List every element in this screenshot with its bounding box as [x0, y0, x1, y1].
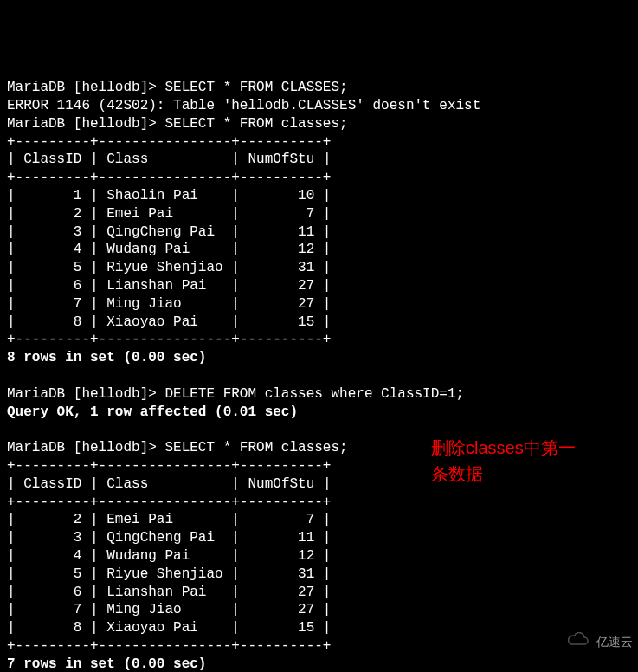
col-header-numofstu: NumOfStu [248, 476, 314, 492]
prompt: MariaDB [hellodb]> [7, 80, 157, 95]
table-divider: +---------+----------------+----------+ [7, 638, 331, 654]
sql-query-2: SELECT * FROM classes; [164, 116, 347, 132]
annotation-line-1: 删除classes中第一 [431, 435, 576, 461]
col-header-class: Class [106, 152, 148, 167]
result-rows-7: 7 rows in set (0.00 sec) [7, 656, 206, 672]
table-body-2: | 2 | Emei Pai | 7 | | 3 | QingCheng Pai… [7, 512, 331, 636]
result-delete-ok: Query OK, 1 row affected (0.01 sec) [7, 404, 298, 420]
sql-query-3: DELETE FROM classes where ClassID=1; [164, 386, 464, 402]
col-header-classid: ClassID [23, 152, 81, 167]
sql-query-1: SELECT * FROM CLASSES; [164, 80, 347, 95]
watermark: 亿速云 [553, 616, 633, 667]
terminal-output: MariaDB [hellodb]> SELECT * FROM CLASSES… [7, 79, 631, 672]
table-divider: +---------+----------------+----------+ [7, 134, 331, 150]
prompt: MariaDB [hellodb]> [7, 116, 157, 132]
table-divider: +---------+----------------+----------+ [7, 332, 331, 347]
table-body-1: | 1 | Shaolin Pai | 10 | | 2 | Emei Pai … [7, 188, 331, 330]
prompt: MariaDB [hellodb]> [7, 386, 157, 402]
col-header-classid: ClassID [23, 476, 81, 492]
col-header-numofstu: NumOfStu [248, 152, 314, 167]
table-divider: +---------+----------------+----------+ [7, 494, 331, 510]
result-rows-8: 8 rows in set (0.00 sec) [7, 350, 206, 365]
sql-query-4: SELECT * FROM classes; [164, 440, 347, 456]
annotation-line-2: 条数据 [431, 461, 576, 487]
watermark-text: 亿速云 [596, 634, 633, 649]
error-message: ERROR 1146 (42S02): Table 'hellodb.CLASS… [7, 98, 480, 113]
annotation-text: 删除classes中第一 条数据 [431, 435, 576, 487]
table-divider: +---------+----------------+----------+ [7, 458, 331, 474]
prompt: MariaDB [hellodb]> [7, 440, 157, 456]
col-header-class: Class [106, 476, 148, 492]
cloud-icon [553, 616, 591, 667]
table-divider: +---------+----------------+----------+ [7, 170, 331, 185]
